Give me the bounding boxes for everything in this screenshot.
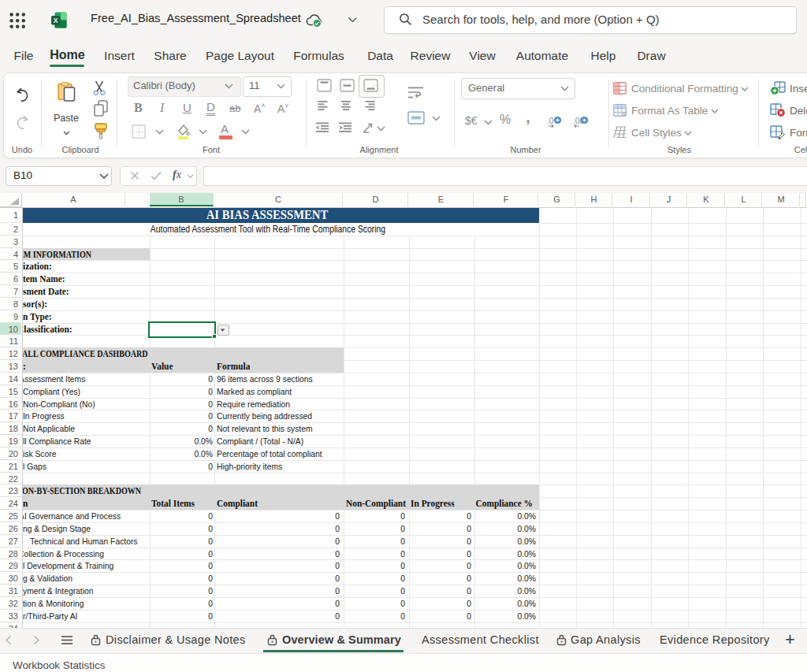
svg-text:X: X [54, 17, 58, 24]
svg-text:.0: .0 [547, 117, 554, 125]
